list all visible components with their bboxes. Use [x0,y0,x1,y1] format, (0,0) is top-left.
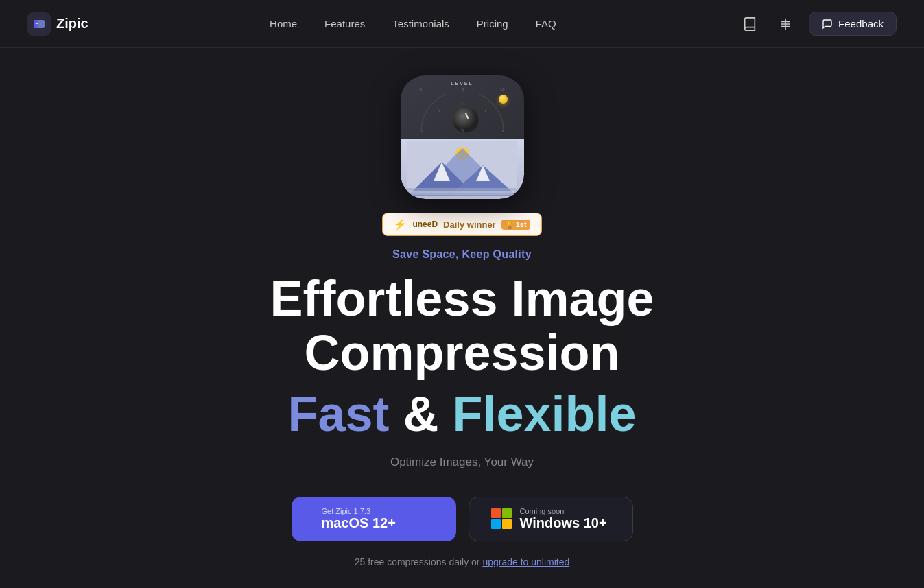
feedback-button[interactable]: Feedback [809,12,897,36]
download-windows-button[interactable]: Coming soon Windows 10+ [469,497,633,541]
app-icon-tray [401,139,524,199]
hero-subtitle: Fast & Flexible [287,387,636,441]
nav-testimonials[interactable]: Testimonials [392,18,449,30]
badge-lightning-icon: ⚡ [394,218,407,231]
feedback-label: Feedback [838,18,884,30]
navbar: Zipic Home Features Testimonials Pricing… [0,0,924,48]
hero-title-line1: Effortless Image Compression [270,272,654,380]
svg-rect-19 [411,191,514,193]
nav-links: Home Features Testimonials Pricing FAQ [270,18,556,30]
docs-icon-button[interactable] [737,12,762,36]
free-compressions-note: 25 free compressions daily or upgrade to… [355,556,570,567]
logo-icon [27,12,51,36]
svg-line-4 [438,109,440,112]
hero-description: Optimize Images, Your Way [390,456,534,469]
uneed-badge: ⚡ uneeD Daily winner 🏆 1st [382,213,541,236]
badge-rank: 🏆 1st [501,220,530,230]
nav-pricing[interactable]: Pricing [477,18,508,30]
cta-row: Get Zipic 1.7.3 macOS 12+ Coming soon Wi… [292,497,633,541]
svg-text:5: 5 [461,128,464,133]
translate-icon-button[interactable] [773,12,798,36]
svg-line-6 [485,109,486,112]
hero-section: LEVEL 0510 [0,48,924,567]
svg-rect-1 [34,20,38,28]
hero-tagline: Save Space, Keep Quality [392,248,532,261]
logo[interactable]: Zipic [27,12,88,36]
and-text: & [389,386,452,441]
fast-text: Fast [287,386,389,441]
mac-cta-big: macOS 12+ [322,515,396,531]
svg-rect-20 [411,193,514,195]
mac-cta-small: Get Zipic 1.7.3 [322,507,371,515]
flexible-text: Flexible [452,386,636,441]
nav-features[interactable]: Features [324,18,365,30]
download-mac-button[interactable]: Get Zipic 1.7.3 macOS 12+ [292,497,456,541]
win-cta-big: Windows 10+ [520,515,607,531]
win-cta-small: Coming soon [520,507,565,515]
nav-home[interactable]: Home [270,18,297,30]
nav-actions: Feedback [737,12,897,36]
app-icon: LEVEL 0510 [401,75,524,199]
badge-wrapper: ⚡ uneeD Daily winner 🏆 1st [382,213,541,236]
svg-rect-2 [36,23,38,24]
upgrade-link[interactable]: upgrade to unlimited [482,556,569,567]
nav-faq[interactable]: FAQ [536,18,556,30]
app-icon-wrapper: LEVEL 0510 [401,75,524,199]
windows-logo-icon [491,508,512,529]
svg-point-8 [453,107,479,133]
